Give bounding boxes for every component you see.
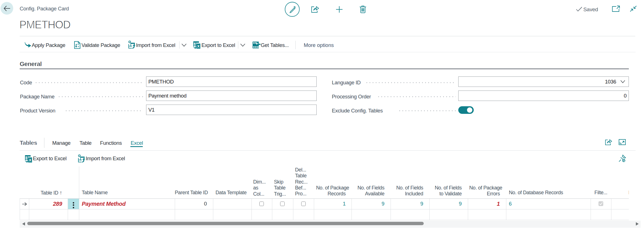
svg-text:X: X: [29, 158, 31, 162]
svg-text:X: X: [197, 44, 200, 48]
